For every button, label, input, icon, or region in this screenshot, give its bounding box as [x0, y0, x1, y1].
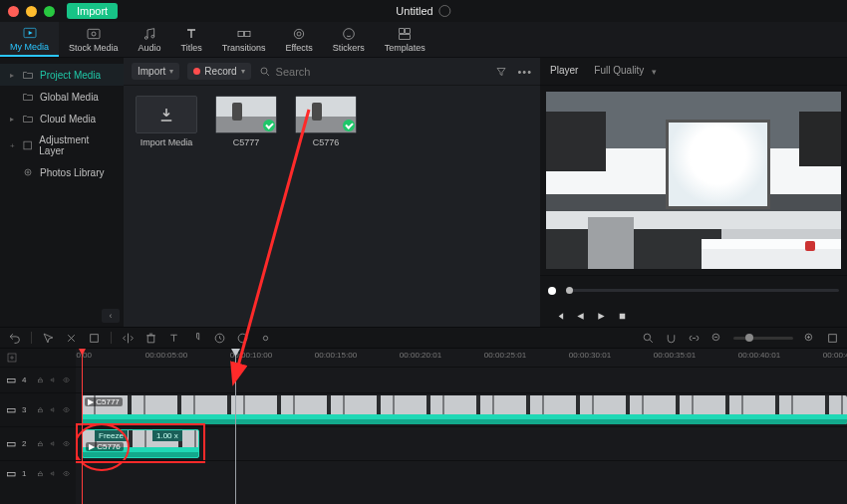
playhead[interactable] [235, 349, 236, 504]
mute-icon[interactable] [50, 468, 57, 479]
speed-icon[interactable] [213, 332, 226, 345]
tab-templates[interactable]: Templates [375, 22, 435, 57]
timeline-undo-icon[interactable] [8, 332, 21, 345]
eye-icon[interactable] [63, 375, 70, 385]
filter-icon[interactable] [495, 66, 507, 78]
tab-stock-media[interactable]: Stock Media [59, 22, 129, 57]
track-head-2[interactable]: ▭2 [0, 426, 76, 460]
track-badge-icon: ▭ [6, 374, 16, 386]
track-head-3[interactable]: ▭3 [0, 392, 76, 426]
sidebar-item-cloud-media[interactable]: ▸ Cloud Media [0, 108, 124, 129]
import-media-tile[interactable]: Import Media [134, 96, 199, 147]
split-button[interactable] [122, 332, 135, 345]
lock-icon[interactable] [37, 438, 44, 449]
zoom-slider[interactable] [733, 337, 793, 340]
timeline-ruler[interactable]: 00:0000:00:05:0000:00:10:0000:00:15:0000… [76, 349, 847, 367]
mute-icon[interactable] [50, 404, 57, 415]
track-number: 2 [22, 439, 31, 448]
crop-tool-icon[interactable] [88, 332, 101, 345]
select-tool-icon[interactable] [42, 332, 55, 345]
render-icon[interactable] [236, 332, 249, 345]
play-button[interactable] [596, 311, 607, 322]
import-chip[interactable]: Import [67, 3, 118, 19]
text-tool-icon[interactable] [167, 332, 180, 345]
clip-label-text: C5776 [97, 442, 121, 451]
window-close-icon[interactable] [8, 6, 19, 17]
link-icon[interactable] [688, 332, 701, 345]
tile-label: Import Media [141, 137, 193, 147]
svg-point-10 [343, 29, 354, 40]
zoom-in-icon[interactable] [803, 332, 816, 345]
prev-frame-button[interactable] [554, 311, 565, 322]
track-lane-2[interactable]: Freeze 1.00 x ▶ C5776 [76, 426, 847, 460]
eye-icon[interactable] [63, 468, 70, 479]
blade-tool-icon[interactable] [65, 332, 78, 345]
clip-c5776[interactable]: Freeze 1.00 x ▶ C5776 [82, 429, 199, 458]
sidebar-item-photos-library[interactable]: Photos Library [0, 161, 124, 183]
lock-icon[interactable] [37, 404, 44, 415]
record-vo-icon[interactable] [259, 332, 272, 345]
media-clip-c5776[interactable]: C5776 [293, 96, 359, 147]
zoom-fit-icon[interactable] [642, 332, 655, 345]
svg-marker-1 [28, 31, 32, 35]
mode-tabs: My Media Stock Media Audio Titles Transi… [0, 22, 847, 58]
sidebar-item-project-media[interactable]: ▸ Project Media [0, 64, 124, 86]
track-add-icon[interactable] [6, 352, 18, 364]
track-number: 1 [22, 469, 31, 478]
sidebar-item-adjustment-layer[interactable]: + Adjustment Layer [0, 129, 124, 161]
stop-button[interactable] [617, 311, 628, 322]
player-tab[interactable]: Player [550, 65, 578, 79]
track-lane-4[interactable] [76, 367, 847, 392]
eye-icon[interactable] [63, 404, 70, 415]
tab-stickers[interactable]: Stickers [323, 22, 375, 57]
mute-icon[interactable] [50, 438, 57, 449]
play-back-button[interactable] [575, 311, 586, 322]
in-point-marker[interactable] [82, 349, 83, 504]
delete-button[interactable] [144, 332, 157, 345]
search-input[interactable]: Search [259, 66, 488, 78]
sidebar-collapse-button[interactable]: ‹ [102, 309, 120, 323]
window-minimize-icon[interactable] [26, 6, 37, 17]
svg-point-21 [238, 334, 247, 343]
window-zoom-icon[interactable] [44, 6, 55, 17]
track-lane-1[interactable] [76, 460, 847, 486]
settings-icon[interactable] [439, 5, 451, 17]
sidebar-item-global-media[interactable]: Global Media [0, 86, 124, 108]
track-head-4[interactable]: ▭4 [0, 367, 76, 392]
tab-my-media[interactable]: My Media [0, 22, 59, 57]
tab-titles[interactable]: Titles [171, 22, 212, 57]
freeze-badge: Freeze [95, 430, 128, 441]
timeline-settings-icon[interactable] [826, 332, 839, 345]
svg-rect-6 [238, 31, 243, 36]
zoom-out-icon[interactable] [710, 332, 723, 345]
sidebar-item-label: Photos Library [40, 167, 104, 178]
record-dropdown[interactable]: Record▾ [187, 63, 250, 80]
lock-icon[interactable] [37, 468, 44, 479]
more-icon[interactable]: ••• [517, 66, 532, 78]
tab-transitions[interactable]: Transitions [212, 22, 276, 57]
player-progress[interactable] [566, 289, 839, 292]
mute-icon[interactable] [50, 375, 57, 385]
tab-effects[interactable]: Effects [275, 22, 322, 57]
track-head-1[interactable]: ▭1 [0, 460, 76, 486]
quality-dropdown[interactable]: Full Quality [594, 65, 644, 79]
svg-point-17 [261, 68, 267, 74]
player-viewport[interactable] [546, 92, 841, 269]
lock-icon[interactable] [37, 375, 44, 385]
tab-my-media-label: My Media [10, 42, 49, 52]
tab-audio[interactable]: Audio [129, 22, 171, 57]
import-dropdown[interactable]: Import▾ [132, 63, 179, 80]
marker-icon[interactable] [190, 332, 203, 345]
media-clip-c5777[interactable]: C5777 [213, 96, 279, 147]
search-placeholder: Search [276, 66, 311, 78]
tile-label: C5777 [233, 137, 260, 147]
sidebar-item-label: Cloud Media [40, 114, 96, 125]
adjustment-icon [22, 139, 34, 151]
templates-icon [397, 26, 413, 42]
track-lane-3[interactable]: ▶ C5777 [76, 392, 847, 426]
svg-rect-7 [244, 31, 249, 36]
clip-c5777[interactable]: ▶ C5777 [82, 395, 847, 424]
eye-icon[interactable] [63, 438, 70, 449]
snap-icon[interactable] [665, 332, 678, 345]
sidebar-item-label: Global Media [40, 92, 99, 103]
